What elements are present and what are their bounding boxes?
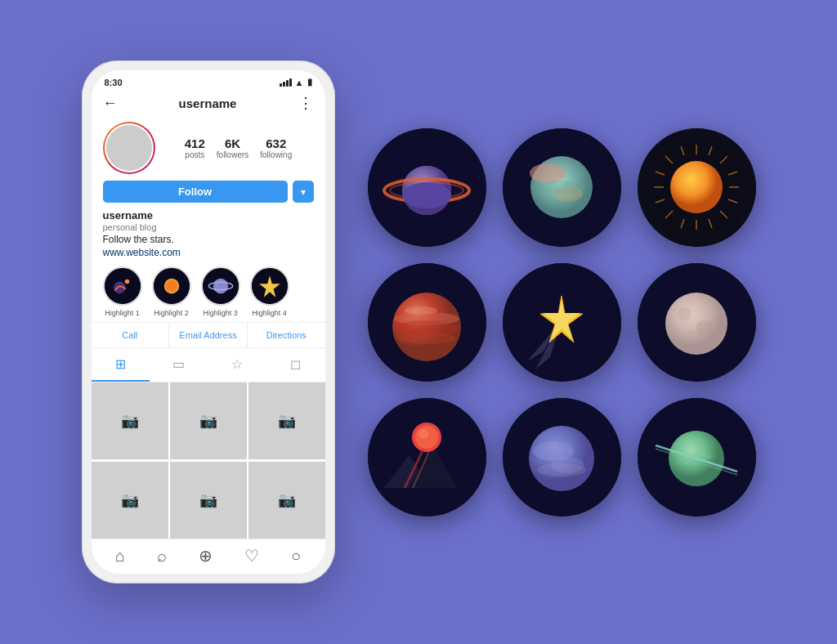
email-button[interactable]: Email Address <box>169 323 248 347</box>
svg-point-55 <box>665 293 727 355</box>
posts-count: 412 <box>185 136 205 150</box>
nav-title: username <box>179 96 237 110</box>
planets-grid <box>368 128 756 517</box>
tab-tagged[interactable]: ◻ <box>266 348 325 382</box>
grid-icon: ⊞ <box>115 356 126 372</box>
tab-grid[interactable]: ⊞ <box>92 348 150 382</box>
followers-stat: 6K followers <box>217 136 248 159</box>
home-icon[interactable]: ⌂ <box>115 547 125 566</box>
follow-button[interactable]: Follow <box>103 181 288 203</box>
highlights-row: Highlight 1 Highlight 2 <box>92 258 325 322</box>
status-bar: 8:30 ▲ ▮ <box>92 70 325 91</box>
followers-label: followers <box>217 150 248 159</box>
highlight-2[interactable]: Highlight 2 <box>152 266 191 317</box>
planet-uranus <box>638 398 756 517</box>
action-buttons: Call Email Address Directions <box>92 322 325 348</box>
status-icons: ▲ ▮ <box>280 77 312 87</box>
saved-icon: ☆ <box>231 356 243 372</box>
planet-comet <box>368 398 486 517</box>
posts-label: posts <box>185 150 204 159</box>
svg-point-66 <box>529 426 594 491</box>
svg-point-7 <box>213 279 227 293</box>
planet-moon <box>638 263 756 382</box>
profile-bio-label: personal blog <box>103 222 314 232</box>
status-time: 8:30 <box>105 78 123 87</box>
camera-icon-2: 📷 <box>199 412 217 430</box>
avatar <box>106 125 152 171</box>
svg-point-39 <box>670 161 723 213</box>
svg-point-5 <box>165 280 177 293</box>
following-count: 632 <box>266 136 286 150</box>
highlight-label-3: Highlight 3 <box>203 309 238 317</box>
avatar-ring <box>103 122 155 174</box>
svg-point-67 <box>537 463 586 476</box>
directions-button[interactable]: Directions <box>248 323 325 347</box>
svg-point-2 <box>124 280 129 284</box>
highlight-1[interactable]: Highlight 1 <box>103 266 142 317</box>
highlight-circle-4 <box>250 266 289 306</box>
svg-point-45 <box>405 306 437 315</box>
nav-bar: ← username ⋮ <box>92 91 325 117</box>
battery-icon: ▮ <box>307 77 312 87</box>
svg-point-16 <box>402 182 451 208</box>
highlight-label-4: Highlight 4 <box>252 309 287 317</box>
camera-icon-5: 📷 <box>199 491 217 509</box>
photo-cell-5[interactable]: 📷 <box>170 462 247 539</box>
photo-grid: 📷 📷 📷 📷 📷 📷 <box>92 382 325 539</box>
highlight-circle-1 <box>103 266 142 306</box>
camera-icon-3: 📷 <box>278 412 296 430</box>
highlight-3[interactable]: Highlight 3 <box>201 266 240 317</box>
profile-website[interactable]: www.website.com <box>103 247 314 258</box>
svg-point-61 <box>418 429 428 439</box>
main-container: 8:30 ▲ ▮ ← username <box>26 60 811 584</box>
highlight-label-1: Highlight 1 <box>105 309 140 317</box>
stats-group: 412 posts 6K followers 632 following <box>163 136 314 159</box>
following-stat: 632 following <box>260 136 292 159</box>
profile-stats-row: 412 posts 6K followers 632 following <box>103 122 314 174</box>
photo-cell-2[interactable]: 📷 <box>170 382 247 459</box>
camera-icon-1: 📷 <box>121 412 139 430</box>
more-button[interactable]: ⋮ <box>298 94 314 112</box>
planet-blue <box>503 398 621 517</box>
phone-mockup: 8:30 ▲ ▮ ← username <box>82 60 335 584</box>
profile-section: 412 posts 6K followers 632 following <box>92 117 325 258</box>
planet-neptune <box>503 128 621 247</box>
highlight-label-2: Highlight 2 <box>154 309 189 317</box>
highlight-circle-3 <box>201 266 240 306</box>
photo-cell-6[interactable]: 📷 <box>248 462 325 539</box>
call-button[interactable]: Call <box>92 323 170 347</box>
svg-point-44 <box>398 333 455 344</box>
planet-sun <box>638 128 756 247</box>
add-icon[interactable]: ⊕ <box>199 546 213 566</box>
photo-cell-4[interactable]: 📷 <box>92 462 168 539</box>
wifi-icon: ▲ <box>295 78 304 87</box>
svg-point-19 <box>530 163 566 183</box>
heart-icon[interactable]: ♡ <box>244 546 259 566</box>
grid-tabs: ⊞ ▭ ☆ ◻ <box>92 348 325 382</box>
profile-icon[interactable]: ○ <box>291 547 301 566</box>
camera-icon-4: 📷 <box>121 491 139 509</box>
signal-icon <box>280 78 292 87</box>
back-button[interactable]: ← <box>103 95 118 112</box>
photo-cell-1[interactable]: 📷 <box>92 382 168 459</box>
svg-point-21 <box>539 181 584 194</box>
follow-row: Follow ▾ <box>103 181 314 203</box>
following-label: following <box>260 150 292 159</box>
phone-screen: 8:30 ▲ ▮ ← username <box>92 70 325 574</box>
tab-reel[interactable]: ▭ <box>150 348 208 382</box>
planet-starburst <box>503 263 621 382</box>
highlight-circle-2 <box>152 266 191 306</box>
planet-saturn <box>368 128 486 247</box>
bottom-nav: ⌂ ⌕ ⊕ ♡ ○ <box>92 539 325 574</box>
reel-icon: ▭ <box>172 356 185 372</box>
tab-saved[interactable]: ☆ <box>208 348 267 382</box>
svg-point-72 <box>682 452 711 462</box>
tagged-icon: ◻ <box>290 356 301 372</box>
profile-bio: Follow the stars. <box>103 234 314 245</box>
phone-body: 8:30 ▲ ▮ ← username <box>82 60 335 584</box>
search-icon[interactable]: ⌕ <box>157 547 167 566</box>
photo-cell-3[interactable]: 📷 <box>248 382 325 459</box>
highlight-4[interactable]: Highlight 4 <box>250 266 289 317</box>
follow-dropdown[interactable]: ▾ <box>293 181 314 203</box>
camera-icon-6: 📷 <box>278 491 296 509</box>
